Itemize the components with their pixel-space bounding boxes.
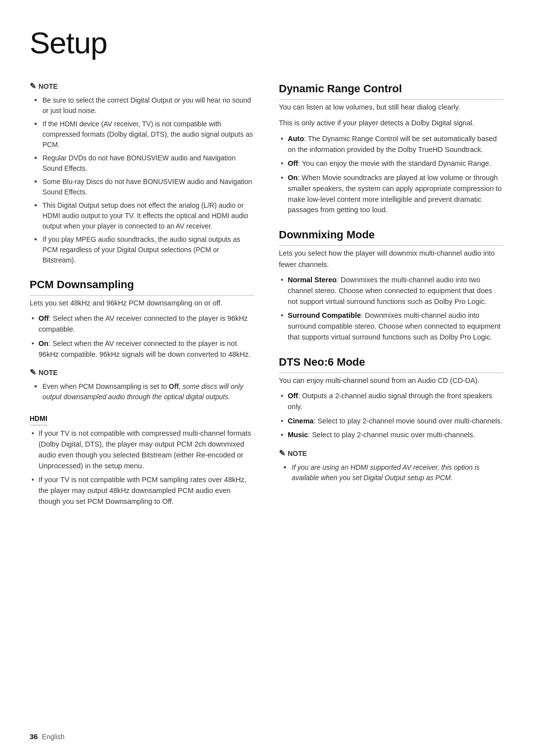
- dts-note-block: ✎ NOTE If you are using an HDMI supporte…: [279, 448, 503, 483]
- dts-bullet-music: Music: Select to play 2-channel music ov…: [281, 430, 503, 441]
- dts-neo-section: DTS Neo:6 Mode You can enjoy multi-chann…: [279, 354, 503, 483]
- pcm-downsampling-title: PCM Downsampling: [30, 276, 254, 296]
- page-title: Setup: [30, 20, 503, 66]
- hdmi-bullet-1: If your TV is not compatible with compre…: [32, 428, 254, 471]
- pencil-icon-dts: ✎: [279, 448, 285, 459]
- hdmi-bullet-list: If your TV is not compatible with compre…: [30, 428, 254, 507]
- dts-bullet-cinema: Cinema: Select to play 2-channel movie s…: [281, 416, 503, 427]
- downmixing-title: Downmixing Mode: [279, 227, 503, 246]
- note-list: Be sure to select the correct Digital Ou…: [30, 95, 254, 265]
- note-item: This Digital Output setup does not effec…: [35, 200, 254, 231]
- dr-bullet-auto: Auto: The Dynamic Range Control will be …: [281, 134, 503, 155]
- pcm-bullet-off: Off: Select when the AV receiver connect…: [32, 313, 254, 335]
- dr-bullet-on: On: When Movie soundtracks are played at…: [281, 173, 503, 216]
- dts-bullet-off: Off: Outputs a 2-channel audio signal th…: [281, 391, 503, 413]
- dynamic-range-title: Dynamic Range Control: [279, 80, 503, 100]
- hdmi-bullet-2: If your TV is not compatible with PCM sa…: [32, 475, 254, 507]
- downmixing-bullet-normal: Normal Stereo: Downmixes the multi-chann…: [281, 275, 503, 307]
- dts-note-label: ✎ NOTE: [279, 448, 503, 459]
- note-item: Be sure to select the correct Digital Ou…: [35, 95, 254, 116]
- dts-neo-intro: You can enjoy multi-channel sound from a…: [279, 375, 503, 386]
- pcm-note-item: Even when PCM Downsampling is set to Off…: [35, 381, 254, 402]
- pcm-note-list: Even when PCM Downsampling is set to Off…: [30, 381, 254, 402]
- hdmi-section: HDMI If your TV is not compatible with c…: [30, 413, 254, 507]
- dynamic-range-bullets: Auto: The Dynamic Range Control will be …: [279, 134, 503, 216]
- note-label: ✎ NOTE: [30, 80, 254, 92]
- note-item: Some Blu-ray Discs do not have BONUSVIEW…: [35, 177, 254, 197]
- pcm-bullet-list: Off: Select when the AV receiver connect…: [30, 313, 254, 360]
- pcm-bullet-on: On: Select when the AV receiver connecte…: [32, 339, 254, 360]
- note-item: If you play MPEG audio soundtracks, the …: [35, 234, 254, 265]
- page-footer: 36 English: [30, 731, 65, 743]
- hdmi-label: HDMI: [30, 414, 47, 425]
- dr-bullet-off: Off: You can enjoy the movie with the st…: [281, 158, 503, 169]
- pencil-icon: ✎: [30, 80, 36, 92]
- note-item: If the HDMI device (AV receiver, TV) is …: [35, 119, 254, 150]
- downmixing-intro: Lets you select how the player will down…: [279, 248, 503, 270]
- pencil-icon-pcm: ✎: [30, 367, 36, 378]
- dts-neo-bullets: Off: Outputs a 2-channel audio signal th…: [279, 391, 503, 441]
- top-note-block: ✎ NOTE Be sure to select the correct Dig…: [30, 80, 254, 265]
- downmixing-bullet-surround: Surround Compatible: Downmixes multi-cha…: [281, 310, 503, 342]
- pcm-note-label: ✎ NOTE: [30, 367, 254, 378]
- pcm-intro: Lets you set 48kHz and 96kHz PCM downsam…: [30, 298, 254, 308]
- dts-note-list: If you are using an HDMI supported AV re…: [279, 462, 503, 483]
- dynamic-range-intro2: This is only active if your player detec…: [279, 117, 503, 128]
- right-column: Dynamic Range Control You can listen at …: [279, 80, 503, 518]
- dynamic-range-section: Dynamic Range Control You can listen at …: [279, 80, 503, 216]
- downmixing-section: Downmixing Mode Lets you select how the …: [279, 227, 503, 342]
- dts-note-item: If you are using an HDMI supported AV re…: [284, 462, 503, 483]
- downmixing-bullets: Normal Stereo: Downmixes the multi-chann…: [279, 275, 503, 343]
- note-item: Regular DVDs do not have BONUSVIEW audio…: [35, 153, 254, 174]
- left-column: ✎ NOTE Be sure to select the correct Dig…: [30, 80, 254, 518]
- dynamic-range-intro1: You can listen at low volumes, but still…: [279, 102, 503, 113]
- dts-neo-title: DTS Neo:6 Mode: [279, 354, 503, 373]
- pcm-downsampling-section: PCM Downsampling Lets you set 48kHz and …: [30, 276, 254, 402]
- pcm-note-block: ✎ NOTE Even when PCM Downsampling is set…: [30, 367, 254, 402]
